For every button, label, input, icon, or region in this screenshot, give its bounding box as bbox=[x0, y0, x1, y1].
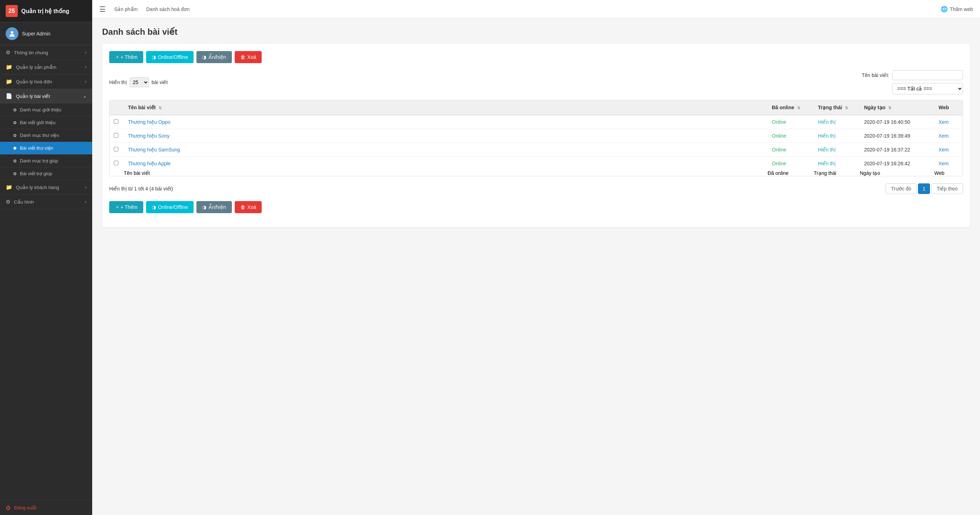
row-online-cell: Online bbox=[768, 129, 814, 143]
articles-table: Tên bài viết ⇅ Đã online ⇅ Trạng thái ⇅ bbox=[110, 100, 963, 176]
row-online-cell: Online bbox=[768, 115, 814, 129]
visit-web-button[interactable]: 🌐 Thăm web bbox=[941, 6, 973, 13]
sidebar-item-quan-ly-bai-viet[interactable]: 📄 Quản lý bài viết ⌄ bbox=[0, 89, 92, 104]
category-filter-select[interactable]: === Tất cả === bbox=[892, 83, 963, 94]
row-title-cell: Thương hiệu SamSung bbox=[124, 143, 768, 157]
footer-online: Đã online bbox=[768, 170, 814, 176]
row-title-link[interactable]: Thương hiệu Sony bbox=[128, 133, 169, 139]
visit-web-label: Thăm web bbox=[950, 6, 973, 12]
row-checkbox[interactable] bbox=[114, 147, 118, 151]
topbar-link-san-pham[interactable]: Sản phẩm bbox=[114, 6, 138, 12]
row-title-link[interactable]: Thương hiệu Apple bbox=[128, 161, 170, 166]
sort-icon: ⇅ bbox=[845, 106, 848, 110]
add-button-bottom[interactable]: ＋ + Thêm bbox=[109, 201, 143, 213]
sidebar-logo: 25 Quản trị hệ thống bbox=[0, 0, 92, 22]
row-web-cell: Xem bbox=[934, 115, 963, 129]
add-button-top[interactable]: ＋ + Thêm bbox=[109, 51, 143, 63]
row-checkbox-cell bbox=[110, 157, 124, 171]
prev-page-button[interactable]: Trước đó bbox=[886, 183, 916, 194]
sidebar-item-label: Quản lý khách hàng bbox=[16, 185, 59, 190]
row-status-cell: Hiển thị bbox=[814, 129, 860, 143]
eye-icon: ◑ bbox=[202, 54, 206, 60]
chevron-icon: ‹ bbox=[85, 185, 86, 190]
row-title-cell: Thương hiệu Apple bbox=[124, 157, 768, 171]
dot-icon bbox=[13, 121, 16, 124]
online-offline-button-top[interactable]: ◑ Online/Offline bbox=[146, 51, 194, 63]
col-header-status[interactable]: Trạng thái ⇅ bbox=[814, 100, 860, 115]
table-row: Thương hiệu Apple Online Hiển thị 2020-0… bbox=[110, 157, 963, 171]
row-web-link[interactable]: Xem bbox=[939, 147, 949, 153]
toolbar-top: ＋ + Thêm ◑ Online/Offline ◑ Ẩn/hiện 🗑 Xo… bbox=[109, 51, 963, 63]
dot-icon bbox=[13, 159, 16, 163]
menu-toggle-button[interactable]: ☰ bbox=[99, 5, 106, 13]
sidebar-item-label: Cấu hình bbox=[14, 199, 34, 205]
current-page-button[interactable]: 1 bbox=[918, 183, 930, 194]
sidebar-subnav-label: Danh mục giới thiệu bbox=[20, 107, 61, 112]
row-checkbox[interactable] bbox=[114, 161, 118, 165]
pagination-info: Hiển thị từ 1 tới 4 (4 bài viết) bbox=[109, 186, 173, 191]
col-header-online[interactable]: Đã online ⇅ bbox=[768, 100, 814, 115]
topbar-link-danh-sach-hoa-don[interactable]: Danh sách hoá đơn bbox=[146, 6, 190, 12]
logout-button[interactable]: ⏻ Đăng xuất bbox=[0, 500, 92, 515]
pagination-row: Hiển thị từ 1 tới 4 (4 bài viết) Trước đ… bbox=[109, 183, 963, 194]
sort-icon: ⇅ bbox=[888, 106, 891, 110]
hide-show-button-top[interactable]: ◑ Ẩn/hiện bbox=[196, 51, 232, 63]
col-header-title[interactable]: Tên bài viết ⇅ bbox=[124, 100, 768, 115]
row-web-link[interactable]: Xem bbox=[939, 133, 949, 139]
filter-right: Tên bài viết: === Tất cả === bbox=[862, 70, 963, 94]
sidebar-item-danh-muc-gioi-thieu[interactable]: Danh mục giới thiệu bbox=[0, 104, 92, 116]
sidebar-item-label: Thông tin chung bbox=[14, 50, 48, 55]
sidebar-item-bai-viet-gioi-thieu[interactable]: Bài viết giới thiệu bbox=[0, 116, 92, 129]
row-web-link[interactable]: Xem bbox=[939, 119, 949, 125]
page-title: Danh sách bài viết bbox=[102, 27, 970, 37]
logo-text: Quản trị hệ thống bbox=[21, 8, 69, 14]
main-area: ☰ Sản phẩm Danh sách hoá đơn 🌐 Thăm web … bbox=[92, 0, 980, 515]
footer-web: Web bbox=[934, 170, 963, 176]
row-date-cell: 2020-07-19 16:39:49 bbox=[860, 129, 934, 143]
main-card: ＋ + Thêm ◑ Online/Offline ◑ Ẩn/hiện 🗑 Xo… bbox=[102, 44, 970, 227]
row-checkbox[interactable] bbox=[114, 133, 118, 138]
row-title-link[interactable]: Thương hiệu SamSung bbox=[128, 147, 180, 153]
sidebar-item-quan-ly-hoa-don[interactable]: 📁 Quản lý hoá đơn ‹ bbox=[0, 75, 92, 89]
col-header-web: Web bbox=[934, 100, 963, 115]
show-count-select[interactable]: 25 50 100 bbox=[130, 77, 149, 87]
sidebar-subnav-label: Danh mục trợ giúp bbox=[20, 158, 58, 164]
filter-row: Hiển thị 25 50 100 bài viết Tên bài viết… bbox=[109, 70, 963, 94]
sidebar-item-danh-muc-thu-vien[interactable]: Danh mục thư viện bbox=[0, 129, 92, 142]
title-search-input[interactable] bbox=[892, 70, 963, 80]
sidebar-item-bai-viet-tro-giup[interactable]: Bài viết trợ giúp bbox=[0, 167, 92, 180]
sidebar-item-danh-muc-tro-giup[interactable]: Danh mục trợ giúp bbox=[0, 155, 92, 167]
next-page-button[interactable]: Tiếp theo bbox=[931, 183, 963, 194]
sidebar-item-bai-viet-thu-vien[interactable]: Bài viết thư viện bbox=[0, 142, 92, 155]
show-label: Hiển thị bbox=[109, 80, 127, 85]
delete-button-bottom[interactable]: 🗑 Xoá bbox=[235, 201, 262, 213]
logo-icon: 25 bbox=[6, 5, 18, 17]
chevron-down-icon: ⌄ bbox=[83, 94, 86, 99]
sort-icon: ⇅ bbox=[797, 106, 800, 110]
gear-icon: ⚙ bbox=[6, 199, 10, 205]
title-search-row: Tên bài viết: bbox=[862, 70, 963, 80]
settings-icon: ⚙ bbox=[6, 49, 10, 56]
sidebar-item-quan-ly-khach-hang[interactable]: 📁 Quản lý khách hàng ‹ bbox=[0, 180, 92, 195]
row-web-cell: Xem bbox=[934, 143, 963, 157]
sidebar-item-label: Quản lý hoá đơn bbox=[16, 79, 52, 85]
sidebar-item-thong-tin-chung[interactable]: ⚙ Thông tin chung ‹ bbox=[0, 45, 92, 60]
col-header-date[interactable]: Ngày tạo ⇅ bbox=[860, 100, 934, 115]
hide-show-button-bottom[interactable]: ◑ Ẩn/hiện bbox=[196, 201, 232, 213]
footer-check bbox=[110, 170, 124, 176]
footer-status: Trạng thái bbox=[814, 170, 860, 176]
plus-icon: ＋ bbox=[115, 204, 120, 210]
username: Super Admin bbox=[22, 31, 50, 37]
sidebar-item-cau-hinh[interactable]: ⚙ Cấu hình ‹ bbox=[0, 195, 92, 209]
online-offline-button-bottom[interactable]: ◑ Online/Offline bbox=[146, 201, 194, 213]
table-header-row: Tên bài viết ⇅ Đã online ⇅ Trạng thái ⇅ bbox=[110, 100, 963, 115]
row-title-link[interactable]: Thương hiệu Oppo bbox=[128, 119, 170, 125]
row-web-link[interactable]: Xem bbox=[939, 161, 949, 166]
sidebar-item-quan-ly-san-pham[interactable]: 📁 Quản lý sản phẩm ‹ bbox=[0, 60, 92, 75]
delete-button-top[interactable]: 🗑 Xoá bbox=[235, 51, 262, 63]
row-checkbox[interactable] bbox=[114, 119, 118, 124]
dot-icon bbox=[13, 134, 16, 137]
row-title-cell: Thương hiệu Oppo bbox=[124, 115, 768, 129]
chevron-icon: ‹ bbox=[85, 79, 86, 84]
row-status-cell: Hiển thị bbox=[814, 157, 860, 171]
